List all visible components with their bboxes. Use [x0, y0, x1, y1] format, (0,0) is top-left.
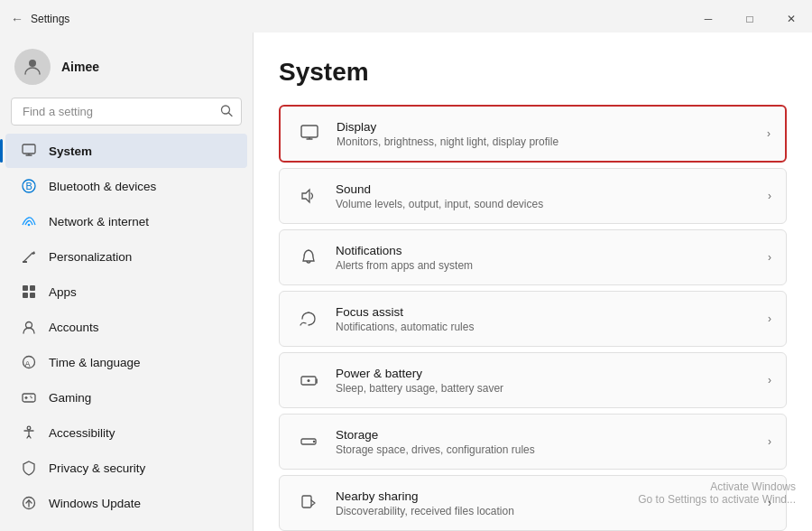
titlebar: ← Settings ─ □ ✕ — [0, 0, 812, 33]
svg-point-35 — [313, 441, 315, 442]
page-title: System — [279, 58, 787, 87]
close-button[interactable]: ✕ — [770, 5, 812, 33]
setting-name: Sound — [336, 182, 759, 196]
svg-point-24 — [27, 426, 31, 430]
sidebar-item-privacy[interactable]: Privacy & security — [5, 451, 247, 485]
titlebar-title: Settings — [31, 13, 69, 25]
sidebar-item-label: Accounts — [49, 321, 233, 334]
sidebar-item-label: Personalization — [49, 250, 233, 264]
personalization-icon — [20, 247, 38, 266]
setting-item-focus-assist[interactable]: Focus assist Notifications, automatic ru… — [279, 291, 787, 347]
svg-rect-3 — [23, 144, 35, 154]
svg-marker-10 — [32, 251, 35, 255]
back-icon[interactable]: ← — [11, 12, 23, 26]
svg-text:A: A — [25, 359, 31, 368]
bluetooth-icon: B — [20, 177, 38, 195]
setting-desc: Sleep, battery usage, battery saver — [336, 382, 759, 395]
settings-list: Display Monitors, brightness, night ligh… — [279, 105, 787, 531]
setting-item-notifications[interactable]: Notifications Alerts from apps and syste… — [279, 229, 787, 285]
sidebar-item-label: Gaming — [49, 391, 233, 405]
setting-desc: Alerts from apps and system — [336, 259, 759, 272]
search-input[interactable] — [11, 98, 242, 126]
search-icon — [220, 104, 233, 119]
sidebar-item-time[interactable]: A Time & language — [5, 345, 247, 379]
svg-line-9 — [23, 253, 32, 262]
app-body: Aimee System B Bluetooth & devices Netwo… — [0, 33, 812, 531]
setting-desc: Discoverability, received files location — [336, 505, 759, 517]
svg-rect-11 — [23, 261, 27, 263]
setting-item-display[interactable]: Display Monitors, brightness, night ligh… — [279, 105, 787, 163]
sidebar-item-bluetooth[interactable]: B Bluetooth & devices — [5, 169, 247, 203]
setting-desc: Notifications, automatic rules — [336, 321, 759, 333]
sidebar-item-label: Windows Update — [49, 497, 233, 510]
setting-item-nearby-sharing[interactable]: Nearby sharing Discoverability, received… — [279, 475, 787, 531]
sidebar-item-apps[interactable]: Apps — [5, 275, 247, 309]
sidebar: Aimee System B Bluetooth & devices Netwo… — [0, 33, 253, 531]
svg-point-0 — [29, 60, 36, 67]
power-battery-icon — [294, 366, 323, 395]
setting-desc: Volume levels, output, input, sound devi… — [336, 198, 759, 210]
svg-marker-30 — [302, 190, 309, 202]
svg-line-2 — [229, 113, 233, 116]
maximize-button[interactable]: □ — [729, 5, 770, 33]
user-profile[interactable]: Aimee — [0, 40, 253, 98]
display-icon — [295, 119, 324, 148]
setting-item-sound[interactable]: Sound Volume levels, output, input, soun… — [279, 168, 787, 224]
chevron-right-icon: › — [767, 127, 770, 140]
setting-name: Storage — [336, 428, 759, 442]
svg-rect-36 — [302, 496, 311, 508]
setting-item-storage[interactable]: Storage Storage space, drives, configura… — [279, 414, 787, 470]
titlebar-controls: ─ □ ✕ — [687, 5, 812, 33]
system-icon — [20, 142, 38, 160]
sidebar-item-accounts[interactable]: Accounts — [5, 310, 247, 344]
svg-point-8 — [28, 224, 31, 227]
accounts-icon — [20, 318, 38, 336]
notifications-icon — [294, 243, 323, 272]
sidebar-item-label: Bluetooth & devices — [49, 180, 233, 193]
svg-rect-19 — [23, 394, 35, 402]
network-icon — [20, 212, 38, 230]
privacy-icon — [20, 459, 38, 477]
focus-assist-icon — [294, 304, 323, 333]
setting-name: Display — [337, 120, 758, 134]
svg-point-23 — [30, 396, 32, 397]
user-name: Aimee — [61, 60, 99, 74]
chevron-right-icon: › — [768, 251, 771, 264]
chevron-right-icon: › — [768, 435, 771, 448]
avatar — [14, 49, 51, 85]
sidebar-item-network[interactable]: Network & internet — [5, 204, 247, 238]
setting-item-power-battery[interactable]: Power & battery Sleep, battery usage, ba… — [279, 352, 787, 408]
sidebar-item-label: Apps — [49, 285, 233, 299]
nearby-sharing-icon — [294, 489, 323, 517]
accessibility-icon — [20, 424, 38, 442]
setting-desc: Storage space, drives, configuration rul… — [336, 443, 759, 456]
sidebar-item-personalization[interactable]: Personalization — [5, 239, 247, 274]
apps-icon — [20, 283, 38, 301]
sidebar-item-system[interactable]: System — [5, 134, 247, 168]
sidebar-item-label: Network & internet — [49, 215, 233, 228]
sidebar-item-label: Time & language — [49, 356, 233, 369]
minimize-button[interactable]: ─ — [687, 5, 729, 33]
setting-name: Focus assist — [336, 305, 759, 319]
svg-rect-27 — [301, 126, 318, 137]
sound-icon — [294, 182, 323, 210]
sidebar-item-windows-update[interactable]: Windows Update — [5, 486, 247, 520]
content-area: System Display Monitors, brightness, nig… — [253, 33, 812, 531]
setting-name: Power & battery — [336, 367, 759, 380]
svg-rect-12 — [23, 285, 28, 291]
setting-name: Nearby sharing — [336, 489, 759, 503]
nav-items: System B Bluetooth & devices Network & i… — [0, 133, 253, 521]
sidebar-item-accessibility[interactable]: Accessibility — [5, 415, 247, 450]
sidebar-item-label: System — [49, 144, 233, 158]
svg-point-33 — [308, 379, 310, 382]
sidebar-item-label: Privacy & security — [49, 461, 233, 475]
chevron-right-icon: › — [768, 497, 771, 509]
svg-point-22 — [31, 397, 32, 399]
sidebar-item-label: Accessibility — [49, 426, 233, 440]
storage-icon — [294, 427, 323, 456]
titlebar-left: ← Settings — [0, 12, 69, 26]
time-icon: A — [20, 353, 38, 371]
sidebar-item-gaming[interactable]: Gaming — [5, 380, 247, 415]
chevron-right-icon: › — [768, 374, 771, 387]
content-wrap: System Display Monitors, brightness, nig… — [253, 33, 812, 531]
